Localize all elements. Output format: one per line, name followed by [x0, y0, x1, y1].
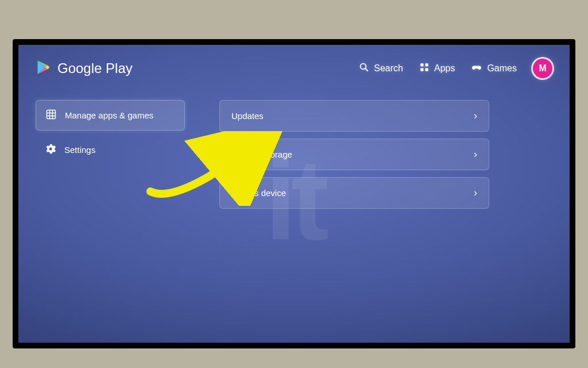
- nav-games-label: Games: [487, 63, 517, 74]
- svg-rect-4: [420, 68, 423, 71]
- brand-name: Google Play: [57, 60, 133, 76]
- nav-games[interactable]: Games: [471, 62, 517, 75]
- sidebar-item-manage-apps[interactable]: Manage apps & games: [36, 100, 185, 131]
- nav-apps[interactable]: Apps: [419, 62, 455, 75]
- apps-grid-icon: [45, 109, 57, 122]
- apps-grid-icon: [419, 62, 430, 75]
- svg-rect-3: [425, 63, 428, 66]
- avatar-initial: M: [539, 63, 546, 74]
- top-nav: Search Apps: [359, 59, 552, 78]
- svg-point-11: [49, 148, 52, 151]
- card-label: Free up storage: [231, 150, 292, 159]
- tv-frame: it Google Play: [13, 39, 575, 348]
- card-free-up-storage[interactable]: Free up storage ›: [219, 139, 489, 170]
- topbar: Google Play Search: [36, 59, 552, 78]
- user-avatar[interactable]: M: [533, 59, 552, 78]
- card-label: Updates: [231, 111, 264, 121]
- nav-search[interactable]: Search: [359, 62, 403, 75]
- chevron-right-icon: ›: [474, 187, 477, 199]
- content: Manage apps & games Settings Updates ›: [36, 100, 552, 209]
- chevron-right-icon: ›: [474, 110, 477, 122]
- sidebar-item-label: Manage apps & games: [65, 110, 153, 120]
- play-store-icon: [36, 59, 52, 78]
- sidebar-item-label: Settings: [64, 145, 95, 155]
- main-panel: Updates › Free up storage › On this devi…: [219, 100, 489, 209]
- chevron-right-icon: ›: [474, 148, 477, 160]
- nav-apps-label: Apps: [434, 63, 455, 74]
- svg-rect-5: [425, 68, 428, 71]
- gamepad-icon: [471, 62, 482, 75]
- svg-rect-2: [420, 63, 423, 66]
- gear-icon: [45, 143, 56, 156]
- sidebar: Manage apps & games Settings: [36, 100, 185, 209]
- brand: Google Play: [36, 59, 133, 78]
- card-label: On this device: [231, 188, 286, 198]
- sidebar-item-settings[interactable]: Settings: [36, 135, 185, 164]
- card-updates[interactable]: Updates ›: [219, 100, 489, 132]
- nav-search-label: Search: [374, 63, 403, 74]
- svg-rect-6: [47, 110, 56, 119]
- card-on-this-device[interactable]: On this device ›: [219, 177, 489, 209]
- svg-line-1: [366, 68, 369, 71]
- tv-screen: it Google Play: [18, 45, 570, 343]
- search-icon: [359, 62, 369, 75]
- svg-point-0: [361, 64, 366, 70]
